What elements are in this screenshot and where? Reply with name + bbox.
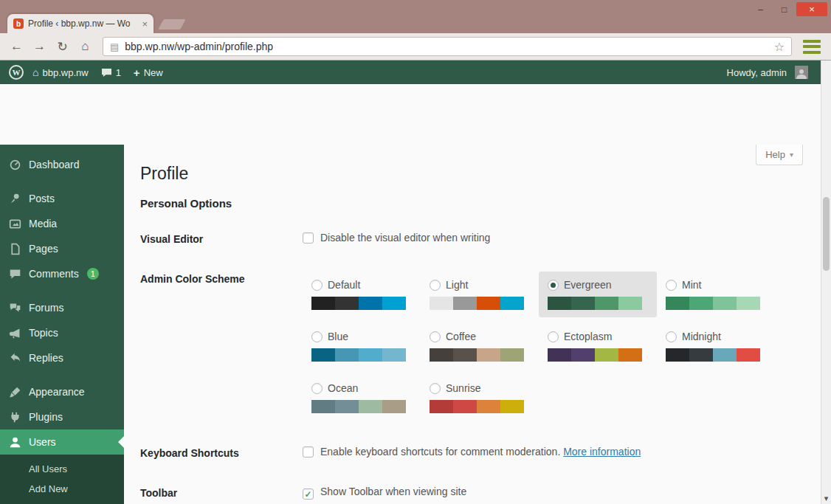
submenu-item-your-profile[interactable]: Your Profile <box>0 499 124 504</box>
minimize-button[interactable]: – <box>749 2 772 16</box>
url-text[interactable]: bbp.wp.nw/wp-admin/profile.php <box>125 41 768 52</box>
visual-editor-row: Visual Editor Disable the visual editor … <box>140 232 821 245</box>
keyboard-shortcuts-label: Keyboard Shortcuts <box>140 446 303 459</box>
color-swatch <box>430 400 453 413</box>
adminbar-account-menu[interactable]: Howdy, admin <box>723 61 812 84</box>
sidebar-item-appearance[interactable]: Appearance <box>0 379 124 404</box>
sidebar-item-replies[interactable]: Replies <box>0 345 124 370</box>
wordpress-logo-icon[interactable]: W <box>9 65 24 80</box>
plus-icon: + <box>134 66 140 79</box>
submenu-item-add-new[interactable]: Add New <box>0 479 124 499</box>
visual-editor-checkbox[interactable] <box>303 232 314 244</box>
comments-bubble-icon <box>101 68 112 77</box>
users-submenu: All Users Add New Your Profile <box>0 455 124 504</box>
toolbar-checkbox[interactable] <box>303 489 314 500</box>
home-icon[interactable]: ⌂ <box>75 36 96 57</box>
color-swatch <box>737 348 760 362</box>
toolbar-row: Toolbar Show Toolbar when viewing site <box>140 486 821 500</box>
color-scheme-option-midnight[interactable]: Midnight <box>657 323 775 369</box>
sidebar-item-posts[interactable]: Posts <box>0 186 124 211</box>
color-swatch <box>359 297 382 310</box>
sidebar-item-pages[interactable]: Pages <box>0 236 124 261</box>
adminbar-site-name[interactable]: ⌂ bbp.wp.nw <box>29 61 92 84</box>
color-swatch <box>359 348 382 362</box>
maximize-button[interactable]: □ <box>773 2 796 16</box>
comments-count: 1 <box>116 67 121 78</box>
ocean-radio[interactable] <box>311 383 323 394</box>
mint-radio[interactable] <box>666 280 677 291</box>
color-scheme-option-blue[interactable]: Blue <box>303 323 421 369</box>
admin-menu: Dashboard Posts Media Pages Comments 1 <box>0 145 124 504</box>
color-swatch <box>500 297 524 310</box>
more-information-link[interactable]: More information <box>563 446 641 458</box>
color-scheme-option-light[interactable]: Light <box>421 272 539 317</box>
scrollbar-down-arrow-icon[interactable]: ▾ <box>821 494 831 503</box>
default-palette <box>311 297 406 310</box>
vertical-scrollbar[interactable]: ▾ <box>821 61 831 504</box>
forward-icon[interactable]: → <box>29 36 50 57</box>
light-radio[interactable] <box>430 280 441 291</box>
comments-count-badge: 1 <box>87 268 99 280</box>
keyboard-shortcuts-row: Keyboard Shortcuts Enable keyboard short… <box>140 446 821 459</box>
color-swatch <box>713 297 737 310</box>
sidebar-item-comments[interactable]: Comments 1 <box>0 261 124 286</box>
coffee-radio[interactable] <box>430 331 441 342</box>
wp-admin-bar: W ⌂ bbp.wp.nw 1 + New Howdy, admin <box>0 61 821 84</box>
default-radio[interactable] <box>311 280 323 291</box>
page-icon: ▤ <box>110 41 119 52</box>
midnight-radio[interactable] <box>666 331 677 342</box>
sidebar-item-label: Users <box>29 436 56 448</box>
color-swatch <box>335 348 359 362</box>
scheme-name: Mint <box>682 279 701 291</box>
sidebar-item-forums[interactable]: Forums <box>0 295 124 320</box>
color-scheme-option-ectoplasm[interactable]: Ectoplasm <box>539 323 657 369</box>
color-swatch <box>359 400 382 413</box>
adminbar-comments[interactable]: 1 <box>97 61 125 84</box>
plug-icon <box>7 410 22 424</box>
submenu-item-all-users[interactable]: All Users <box>0 459 124 479</box>
address-bar[interactable]: ▤ bbp.wp.nw/wp-admin/profile.php ☆ <box>103 37 792 56</box>
color-swatch <box>713 348 737 362</box>
ectoplasm-radio[interactable] <box>548 331 559 342</box>
color-swatch <box>335 400 359 413</box>
toolbar-label: Toolbar <box>140 486 303 500</box>
blue-radio[interactable] <box>311 331 323 342</box>
color-swatch <box>477 400 500 413</box>
refresh-icon[interactable]: ↻ <box>52 36 73 57</box>
sidebar-item-topics[interactable]: Topics <box>0 320 124 345</box>
titlebar[interactable]: b Profile ‹ bbp.wp.nw — Wo × – □ × <box>0 0 831 33</box>
color-scheme-option-evergreen[interactable]: Evergreen <box>539 272 657 317</box>
color-scheme-option-mint[interactable]: Mint <box>657 272 775 317</box>
close-button[interactable]: × <box>796 2 827 16</box>
evergreen-radio[interactable] <box>548 280 559 291</box>
sidebar-item-label: Posts <box>29 193 55 204</box>
bookmark-star-icon[interactable]: ☆ <box>774 40 785 54</box>
keyboard-shortcuts-checkbox[interactable] <box>303 446 314 458</box>
sidebar-item-users[interactable]: Users <box>0 429 124 455</box>
sunrise-radio[interactable] <box>430 383 441 394</box>
color-swatch <box>571 297 595 310</box>
adminbar-new-button[interactable]: + New <box>130 61 167 84</box>
browser-window: b Profile ‹ bbp.wp.nw — Wo × – □ × ← → ↻… <box>0 0 831 504</box>
color-swatch <box>548 348 571 362</box>
sidebar-item-media[interactable]: Media <box>0 211 124 236</box>
color-swatch <box>595 348 618 362</box>
sidebar-item-label: Appearance <box>29 386 85 398</box>
back-icon[interactable]: ← <box>6 36 27 57</box>
site-home-icon: ⌂ <box>32 66 38 78</box>
new-tab-button[interactable] <box>158 19 185 30</box>
dashboard-icon <box>7 157 22 172</box>
color-scheme-option-ocean[interactable]: Ocean <box>303 375 421 421</box>
help-dropdown-button[interactable]: Help ▾ <box>756 145 803 165</box>
sidebar-item-dashboard[interactable]: Dashboard <box>0 152 124 177</box>
color-swatch <box>477 348 500 362</box>
chrome-menu-icon[interactable] <box>803 40 821 54</box>
sidebar-item-plugins[interactable]: Plugins <box>0 404 124 429</box>
tab-close-icon[interactable]: × <box>142 18 148 30</box>
color-swatch <box>689 348 713 362</box>
color-scheme-option-coffee[interactable]: Coffee <box>421 323 539 369</box>
browser-tab[interactable]: b Profile ‹ bbp.wp.nw — Wo × <box>7 14 154 33</box>
color-scheme-option-default[interactable]: Default <box>303 272 421 317</box>
color-scheme-option-sunrise[interactable]: Sunrise <box>421 375 539 421</box>
scrollbar-thumb[interactable] <box>823 197 830 271</box>
